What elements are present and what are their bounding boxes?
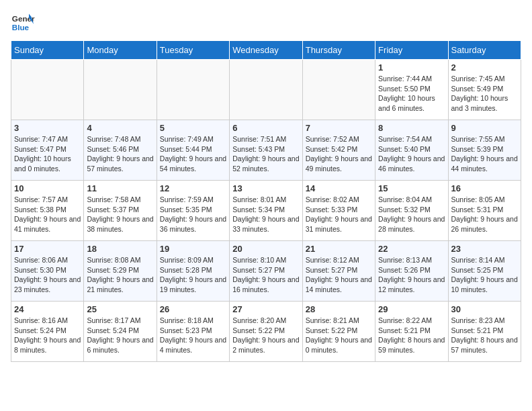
calendar-cell: 23Sunrise: 8:14 AMSunset: 5:25 PMDayligh… [448, 241, 521, 302]
day-info: Sunrise: 8:10 AMSunset: 5:27 PMDaylight:… [232, 255, 299, 295]
calendar-cell: 17Sunrise: 8:06 AMSunset: 5:30 PMDayligh… [11, 241, 84, 302]
calendar-cell: 22Sunrise: 8:13 AMSunset: 5:26 PMDayligh… [375, 241, 448, 302]
day-info: Sunrise: 8:16 AMSunset: 5:24 PMDaylight:… [14, 316, 81, 355]
calendar-cell: 18Sunrise: 8:08 AMSunset: 5:29 PMDayligh… [84, 241, 157, 302]
logo: General Blue [11, 11, 35, 35]
weekday-header-monday: Monday [84, 41, 157, 60]
calendar-cell [11, 60, 84, 120]
day-number: 19 [160, 244, 226, 254]
day-number: 27 [232, 304, 299, 314]
weekday-header-tuesday: Tuesday [157, 41, 229, 60]
weekday-header-saturday: Saturday [448, 41, 521, 60]
calendar-cell: 19Sunrise: 8:09 AMSunset: 5:28 PMDayligh… [157, 241, 229, 302]
day-number: 10 [14, 183, 81, 193]
day-info: Sunrise: 7:44 AMSunset: 5:50 PMDaylight:… [378, 74, 445, 113]
day-number: 3 [14, 123, 81, 133]
logo-icon: General Blue [11, 11, 35, 35]
day-number: 8 [378, 123, 445, 133]
day-info: Sunrise: 8:09 AMSunset: 5:28 PMDaylight:… [160, 255, 226, 295]
day-info: Sunrise: 8:21 AMSunset: 5:22 PMDaylight:… [306, 316, 372, 355]
day-number: 23 [451, 244, 518, 254]
day-number: 2 [451, 62, 518, 73]
day-info: Sunrise: 8:17 AMSunset: 5:24 PMDaylight:… [87, 316, 153, 355]
day-info: Sunrise: 8:04 AMSunset: 5:32 PMDaylight:… [378, 195, 445, 234]
page-header: General Blue [11, 11, 521, 35]
day-info: Sunrise: 7:48 AMSunset: 5:46 PMDaylight:… [87, 134, 153, 174]
day-number: 20 [232, 244, 299, 254]
calendar-week-1: 1Sunrise: 7:44 AMSunset: 5:50 PMDaylight… [11, 60, 521, 120]
calendar-cell: 5Sunrise: 7:49 AMSunset: 5:44 PMDaylight… [157, 120, 229, 181]
calendar-cell: 30Sunrise: 8:23 AMSunset: 5:21 PMDayligh… [448, 302, 521, 362]
calendar-cell: 25Sunrise: 8:17 AMSunset: 5:24 PMDayligh… [84, 302, 157, 362]
day-info: Sunrise: 8:14 AMSunset: 5:25 PMDaylight:… [451, 255, 518, 295]
calendar-cell: 4Sunrise: 7:48 AMSunset: 5:46 PMDaylight… [84, 120, 157, 181]
calendar-cell: 9Sunrise: 7:55 AMSunset: 5:39 PMDaylight… [448, 120, 521, 181]
calendar-cell: 1Sunrise: 7:44 AMSunset: 5:50 PMDaylight… [375, 60, 448, 120]
calendar-table: SundayMondayTuesdayWednesdayThursdayFrid… [11, 40, 521, 362]
calendar-cell: 29Sunrise: 8:22 AMSunset: 5:21 PMDayligh… [375, 302, 448, 362]
day-info: Sunrise: 7:49 AMSunset: 5:44 PMDaylight:… [160, 134, 226, 174]
day-number: 5 [160, 123, 226, 133]
weekday-header-wednesday: Wednesday [230, 41, 302, 60]
calendar-cell: 3Sunrise: 7:47 AMSunset: 5:47 PMDaylight… [11, 120, 84, 181]
calendar-cell: 6Sunrise: 7:51 AMSunset: 5:43 PMDaylight… [230, 120, 302, 181]
day-number: 9 [451, 123, 518, 133]
day-info: Sunrise: 8:02 AMSunset: 5:33 PMDaylight:… [306, 195, 372, 234]
day-info: Sunrise: 8:08 AMSunset: 5:29 PMDaylight:… [87, 255, 153, 295]
day-number: 12 [160, 183, 226, 193]
calendar-cell: 26Sunrise: 8:18 AMSunset: 5:23 PMDayligh… [157, 302, 229, 362]
calendar-cell [302, 60, 375, 120]
day-info: Sunrise: 7:57 AMSunset: 5:38 PMDaylight:… [14, 195, 81, 234]
calendar-cell [157, 60, 229, 120]
day-number: 22 [378, 244, 445, 254]
calendar-cell: 11Sunrise: 7:58 AMSunset: 5:37 PMDayligh… [84, 181, 157, 241]
day-info: Sunrise: 7:54 AMSunset: 5:40 PMDaylight:… [378, 134, 445, 174]
day-number: 4 [87, 123, 153, 133]
weekday-header-friday: Friday [375, 41, 448, 60]
day-info: Sunrise: 8:23 AMSunset: 5:21 PMDaylight:… [451, 316, 518, 355]
day-number: 24 [14, 304, 81, 314]
calendar-cell: 7Sunrise: 7:52 AMSunset: 5:42 PMDaylight… [302, 120, 375, 181]
day-number: 26 [160, 304, 226, 314]
day-number: 6 [232, 123, 299, 133]
calendar-cell: 28Sunrise: 8:21 AMSunset: 5:22 PMDayligh… [302, 302, 375, 362]
calendar-cell: 2Sunrise: 7:45 AMSunset: 5:49 PMDaylight… [448, 60, 521, 120]
day-info: Sunrise: 7:52 AMSunset: 5:42 PMDaylight:… [306, 134, 372, 174]
weekday-header-thursday: Thursday [302, 41, 375, 60]
day-info: Sunrise: 8:05 AMSunset: 5:31 PMDaylight:… [451, 195, 518, 234]
calendar-cell: 15Sunrise: 8:04 AMSunset: 5:32 PMDayligh… [375, 181, 448, 241]
day-number: 21 [306, 244, 372, 254]
day-number: 11 [87, 183, 153, 193]
calendar-cell [230, 60, 302, 120]
day-number: 1 [378, 62, 445, 73]
day-info: Sunrise: 8:18 AMSunset: 5:23 PMDaylight:… [160, 316, 226, 355]
day-info: Sunrise: 7:47 AMSunset: 5:47 PMDaylight:… [14, 134, 81, 174]
day-number: 30 [451, 304, 518, 314]
calendar-cell: 13Sunrise: 8:01 AMSunset: 5:34 PMDayligh… [230, 181, 302, 241]
calendar-cell: 14Sunrise: 8:02 AMSunset: 5:33 PMDayligh… [302, 181, 375, 241]
day-number: 14 [306, 183, 372, 193]
calendar-cell: 24Sunrise: 8:16 AMSunset: 5:24 PMDayligh… [11, 302, 84, 362]
calendar-cell [84, 60, 157, 120]
day-info: Sunrise: 7:51 AMSunset: 5:43 PMDaylight:… [232, 134, 299, 174]
calendar-week-3: 10Sunrise: 7:57 AMSunset: 5:38 PMDayligh… [11, 181, 521, 241]
day-number: 15 [378, 183, 445, 193]
day-info: Sunrise: 7:45 AMSunset: 5:49 PMDaylight:… [451, 74, 518, 113]
calendar-cell: 8Sunrise: 7:54 AMSunset: 5:40 PMDaylight… [375, 120, 448, 181]
day-info: Sunrise: 8:13 AMSunset: 5:26 PMDaylight:… [378, 255, 445, 295]
weekday-header-sunday: Sunday [11, 41, 84, 60]
day-number: 25 [87, 304, 153, 314]
day-info: Sunrise: 8:01 AMSunset: 5:34 PMDaylight:… [232, 195, 299, 234]
calendar-cell: 20Sunrise: 8:10 AMSunset: 5:27 PMDayligh… [230, 241, 302, 302]
calendar-cell: 27Sunrise: 8:20 AMSunset: 5:22 PMDayligh… [230, 302, 302, 362]
calendar-cell: 16Sunrise: 8:05 AMSunset: 5:31 PMDayligh… [448, 181, 521, 241]
calendar-header-row: SundayMondayTuesdayWednesdayThursdayFrid… [11, 41, 521, 60]
day-info: Sunrise: 8:12 AMSunset: 5:27 PMDaylight:… [306, 255, 372, 295]
calendar-week-5: 24Sunrise: 8:16 AMSunset: 5:24 PMDayligh… [11, 302, 521, 362]
day-number: 13 [232, 183, 299, 193]
day-info: Sunrise: 8:20 AMSunset: 5:22 PMDaylight:… [232, 316, 299, 355]
calendar-cell: 21Sunrise: 8:12 AMSunset: 5:27 PMDayligh… [302, 241, 375, 302]
calendar-week-4: 17Sunrise: 8:06 AMSunset: 5:30 PMDayligh… [11, 241, 521, 302]
day-number: 18 [87, 244, 153, 254]
calendar-cell: 10Sunrise: 7:57 AMSunset: 5:38 PMDayligh… [11, 181, 84, 241]
